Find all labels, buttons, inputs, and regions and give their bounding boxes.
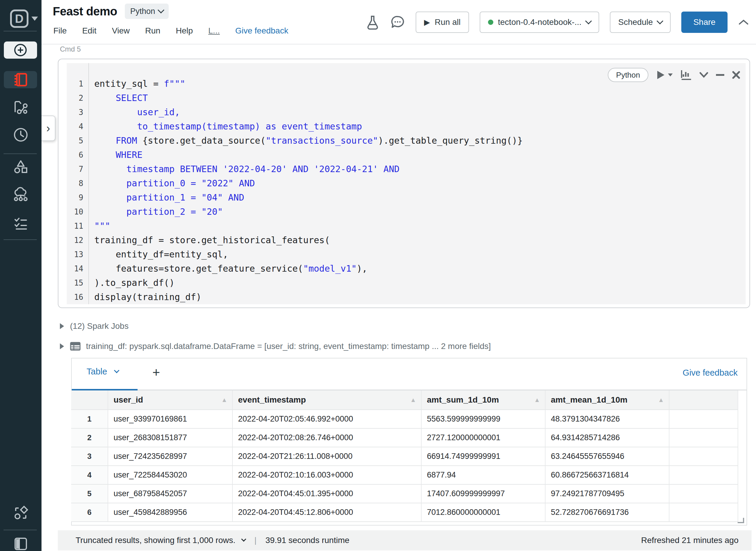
table-cell: 7012.860000000001 (422, 503, 545, 522)
add-visualization-button[interactable]: + (153, 365, 160, 380)
sidebar-item-workflows[interactable] (0, 214, 41, 232)
spark-jobs-label: (12) Spark Jobs (70, 322, 129, 331)
sidebar-item-recents[interactable] (0, 126, 41, 144)
dataframe-disclosure[interactable]: training_df: pyspark.sql.dataframe.DataF… (59, 340, 491, 353)
menu-item-edit[interactable]: Edit (82, 26, 96, 36)
notebook-language-selector[interactable]: Python (125, 4, 169, 19)
code-line: WHERE (94, 148, 523, 162)
code-string-segment: timestamp BETWEEN '2022-04-20' AND '2022… (94, 164, 400, 174)
table-cell: 64.9314285714286 (545, 429, 670, 447)
schedule-label: Schedule (618, 17, 653, 27)
run-cell-button[interactable] (656, 70, 673, 80)
table-row[interactable]: 5user_6879584520572022-04-20T04:45:01.39… (71, 485, 739, 503)
workspace-logo-button[interactable]: D (10, 8, 38, 29)
table-cell: user_939970169861 (108, 410, 233, 429)
chevron-down-icon (585, 18, 592, 25)
experiments-button[interactable] (366, 15, 380, 30)
sort-arrow-icon[interactable]: ▲ (658, 396, 664, 404)
code-segment: entity_df=entity_sql, (94, 249, 228, 259)
column-header-amt_sum_1d_10m[interactable]: amt_sum_1d_10m▲ (422, 391, 545, 410)
line-number: 15 (67, 276, 83, 290)
code-string-segment: partition_1 = "04" AND (94, 192, 244, 203)
share-button[interactable]: Share (681, 12, 728, 33)
transform-shapes-icon (12, 505, 29, 522)
code-string-segment: to_timestamp(timestamp) as event_timesta… (94, 121, 362, 131)
table-row[interactable]: 3user_7242356289972022-04-20T21:26:11.00… (71, 447, 739, 466)
new-button[interactable] (4, 41, 37, 59)
chevron-down-icon (158, 7, 165, 14)
sort-arrow-icon[interactable]: ▲ (410, 396, 416, 404)
chevron-down-icon[interactable] (241, 537, 246, 542)
sidebar-item-partner-connect[interactable] (0, 504, 41, 522)
cluster-name: tecton-0.4-notebook-... (498, 17, 582, 27)
line-number: 1 (67, 77, 83, 91)
menu-item-view[interactable]: View (112, 26, 130, 36)
collapse-cell-button[interactable] (699, 72, 708, 78)
gutter-divider (88, 63, 89, 304)
spark-jobs-disclosure[interactable]: (12) Spark Jobs (59, 319, 129, 333)
cluster-selector[interactable]: tecton-0.4-notebook-... (480, 12, 599, 33)
checklist-icon (12, 214, 29, 231)
truncated-results-label: Truncated results, showing first 1,000 r… (75, 536, 235, 545)
table-cell-empty (670, 466, 738, 485)
cell-language-pill[interactable]: Python (608, 68, 649, 82)
resize-grip-icon[interactable] (738, 518, 744, 523)
menu-item-run[interactable]: Run (145, 26, 161, 36)
expand-panel-tab[interactable]: › (41, 115, 55, 141)
column-header-user_id[interactable]: user_id▲ (108, 391, 233, 410)
dataframe-summary: training_df: pyspark.sql.dataframe.DataF… (86, 342, 491, 351)
table-cell: 60.866725663716814 (545, 466, 670, 485)
code-line: ).to_spark_df() (94, 276, 523, 290)
column-header-label: amt_mean_1d_10m (551, 395, 627, 405)
runtime-label: 39.91 seconds runtime (265, 536, 349, 545)
table-row[interactable]: 6user_4598428899562022-04-20T04:45:12.80… (71, 503, 739, 522)
code-line: training_df = store.get_historical_featu… (94, 233, 523, 247)
code-segment: entity_sql = (94, 78, 164, 89)
menu-item-help[interactable]: Help (176, 26, 193, 36)
give-feedback-link[interactable]: Give feedback (235, 26, 288, 36)
menu-item-truncated[interactable]: L... (208, 26, 220, 36)
column-header-label: event_timestamp (238, 395, 306, 405)
table-row[interactable]: 1user_9399701698612022-04-20T02:05:46.99… (71, 410, 739, 429)
run-all-button[interactable]: ▶ Run all (416, 12, 469, 33)
column-header-event_timestamp[interactable]: event_timestamp▲ (233, 391, 422, 410)
menu-item-file[interactable]: File (53, 26, 67, 36)
code-content[interactable]: entity_sql = f""" SELECT user_id, to_tim… (94, 77, 523, 304)
minimize-cell-button[interactable] (716, 74, 724, 76)
results-tab-bar: Table + Give feedback (72, 359, 747, 391)
collapse-sidebar-button[interactable] (0, 535, 41, 551)
comment-icon (390, 15, 405, 30)
chart-options-button[interactable] (681, 70, 692, 80)
clock-icon (12, 126, 29, 143)
column-header-amt_mean_1d_10m[interactable]: amt_mean_1d_10m▲ (545, 391, 670, 410)
table-cell-empty (670, 447, 738, 466)
chevron-down-icon (114, 368, 119, 373)
table-cell: user_724235628997 (108, 447, 233, 466)
code-line: """ (94, 219, 523, 233)
line-number: 16 (67, 290, 83, 304)
collapse-header-button[interactable] (738, 19, 749, 26)
notebook-title[interactable]: Feast demo (53, 5, 117, 18)
code-editor[interactable]: 12345678910111213141516 entity_sql = f""… (67, 63, 746, 304)
sidebar-item-notebook[interactable] (4, 71, 37, 88)
tab-table[interactable]: Table (86, 367, 118, 377)
results-table[interactable]: user_id▲event_timestamp▲amt_sum_1d_10m▲a… (71, 391, 739, 522)
code-cell[interactable]: 12345678910111213141516 entity_sql = f""… (58, 59, 750, 308)
table-cell: 66914.74999999991 (422, 447, 545, 466)
table-row[interactable]: 4user_7225844530202022-04-20T02:10:16.00… (71, 466, 739, 485)
sidebar-item-compute[interactable] (0, 186, 41, 204)
comments-button[interactable] (390, 15, 405, 30)
shapes-icon (12, 158, 29, 175)
sort-arrow-icon[interactable]: ▲ (534, 396, 540, 404)
code-segment: display(training_df) (94, 292, 201, 302)
cloud-compute-icon (12, 186, 30, 204)
table-row[interactable]: 2user_2683081518772022-04-20T02:08:26.74… (71, 429, 739, 447)
delete-cell-button[interactable] (732, 71, 740, 79)
sidebar-item-repos[interactable] (0, 98, 41, 116)
sidebar-item-data[interactable] (0, 158, 41, 175)
results-feedback-link[interactable]: Give feedback (683, 368, 738, 378)
bar-chart-icon (681, 70, 692, 80)
table-cell: user_268308151877 (108, 429, 233, 447)
schedule-button[interactable]: Schedule (610, 12, 671, 33)
sort-arrow-icon[interactable]: ▲ (221, 396, 227, 404)
